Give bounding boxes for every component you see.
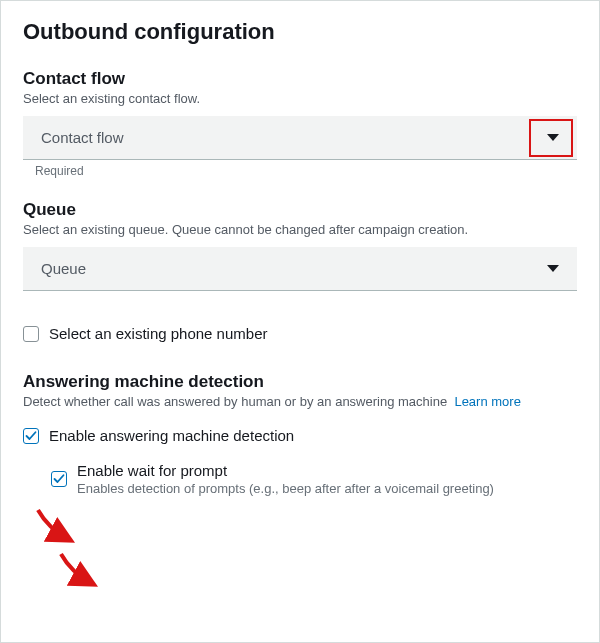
phone-section: Select an existing phone number <box>23 325 577 342</box>
queue-section: Queue Select an existing queue. Queue ca… <box>23 200 577 291</box>
annotation-arrow-icon <box>57 550 103 590</box>
queue-heading: Queue <box>23 200 577 220</box>
phone-checkbox-label: Select an existing phone number <box>49 325 267 342</box>
queue-select[interactable]: Queue <box>23 247 577 291</box>
amd-section: Answering machine detection Detect wheth… <box>23 372 577 496</box>
amd-wait-row[interactable]: Enable wait for prompt Enables detection… <box>51 462 577 496</box>
amd-wait-label: Enable wait for prompt <box>77 462 494 479</box>
chevron-down-icon <box>547 265 559 272</box>
amd-enable-label: Enable answering machine detection <box>49 427 294 444</box>
amd-wait-desc: Enables detection of prompts (e.g., beep… <box>77 481 494 496</box>
learn-more-link[interactable]: Learn more <box>454 394 520 409</box>
contact-flow-heading: Contact flow <box>23 69 577 89</box>
annotation-arrow-icon <box>34 506 80 546</box>
queue-placeholder: Queue <box>41 260 86 277</box>
contact-flow-select[interactable]: Contact flow <box>23 116 577 160</box>
outbound-configuration-panel: Outbound configuration Contact flow Sele… <box>0 0 600 643</box>
queue-description: Select an existing queue. Queue cannot b… <box>23 222 577 237</box>
contact-flow-description: Select an existing contact flow. <box>23 91 577 106</box>
amd-heading: Answering machine detection <box>23 372 577 392</box>
chevron-down-icon <box>547 134 559 141</box>
contact-flow-section: Contact flow Select an existing contact … <box>23 69 577 178</box>
amd-description-text: Detect whether call was answered by huma… <box>23 394 447 409</box>
amd-wait-block: Enable wait for prompt Enables detection… <box>51 462 577 496</box>
amd-wait-text: Enable wait for prompt Enables detection… <box>77 462 494 496</box>
amd-description: Detect whether call was answered by huma… <box>23 394 577 409</box>
amd-enable-row[interactable]: Enable answering machine detection <box>23 427 577 444</box>
amd-enable-checkbox[interactable] <box>23 428 39 444</box>
contact-flow-placeholder: Contact flow <box>41 129 124 146</box>
page-title: Outbound configuration <box>23 19 577 45</box>
phone-checkbox[interactable] <box>23 326 39 342</box>
phone-checkbox-row[interactable]: Select an existing phone number <box>23 325 577 342</box>
amd-wait-checkbox[interactable] <box>51 471 67 487</box>
contact-flow-hint: Required <box>35 164 577 178</box>
